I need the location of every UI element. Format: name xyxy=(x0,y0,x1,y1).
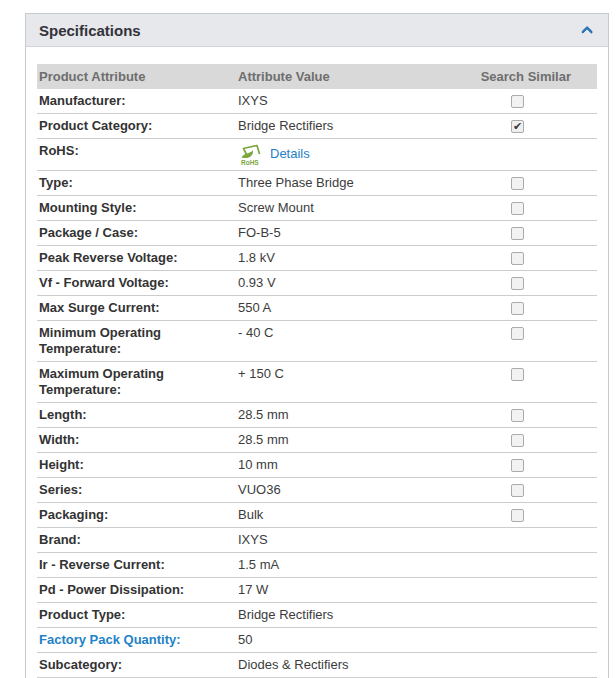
attribute-value: Three Phase Bridge xyxy=(236,171,466,196)
attribute-label: Pd - Power Dissipation: xyxy=(37,578,236,603)
attribute-value: 0.93 V xyxy=(236,271,466,296)
attribute-value: Bridge Rectifiers xyxy=(236,603,466,628)
attribute-label: Vf - Forward Voltage: xyxy=(37,271,236,296)
table-row: Height: 10 mm xyxy=(37,453,597,478)
spec-table-body: Manufacturer: IXYS Product Category: Bri… xyxy=(37,89,597,678)
attribute-value: 50 xyxy=(236,628,466,653)
attribute-value: 550 A xyxy=(236,296,466,321)
search-similar-cell xyxy=(466,362,597,403)
attribute-label: Peak Reverse Voltage: xyxy=(37,246,236,271)
search-similar-checkbox[interactable] xyxy=(511,202,524,215)
attribute-value: 28.5 mm xyxy=(236,403,466,428)
attribute-value-link[interactable]: VUO36 xyxy=(236,478,466,503)
attribute-label: Series: xyxy=(37,478,236,503)
attribute-label-link[interactable]: Factory Pack Quantity: xyxy=(37,628,236,653)
attribute-label: Brand: xyxy=(37,528,236,553)
attribute-value: Bulk xyxy=(236,503,466,528)
attribute-value: Screw Mount xyxy=(236,196,466,221)
attribute-value: FO-B-5 xyxy=(236,221,466,246)
table-row: Brand: IXYS xyxy=(37,528,597,553)
attribute-label: Subcategory: xyxy=(37,653,236,678)
table-row: Mounting Style: Screw Mount xyxy=(37,196,597,221)
search-similar-checkbox[interactable] xyxy=(511,484,524,497)
search-similar-cell xyxy=(466,578,597,603)
search-similar-cell xyxy=(466,89,597,114)
search-similar-cell xyxy=(466,321,597,362)
attribute-value: 1.8 kV xyxy=(236,246,466,271)
attribute-value: 17 W xyxy=(236,578,466,603)
attribute-label: Product Type: xyxy=(37,603,236,628)
search-similar-cell xyxy=(466,503,597,528)
search-similar-checkbox[interactable] xyxy=(511,434,524,447)
attribute-label: Ir - Reverse Current: xyxy=(37,553,236,578)
attribute-label: Length: xyxy=(37,403,236,428)
search-similar-checkbox[interactable]: ✔ xyxy=(511,120,524,133)
search-similar-checkbox[interactable] xyxy=(511,252,524,265)
attribute-value: Diodes & Rectifiers xyxy=(236,653,466,678)
header-product-attribute: Product Attribute xyxy=(37,64,236,89)
attribute-label: Product Category: xyxy=(37,114,236,139)
table-row: Minimum Operating Temperature: - 40 C xyxy=(37,321,597,362)
specifications-panel: Specifications Product Attribute Attribu… xyxy=(25,13,609,678)
search-similar-cell xyxy=(466,653,597,678)
collapse-chevron-up-icon[interactable] xyxy=(581,25,594,38)
search-similar-checkbox[interactable] xyxy=(511,368,524,381)
rohs-details-link[interactable]: Details xyxy=(270,146,310,161)
search-similar-checkbox[interactable] xyxy=(511,302,524,315)
search-similar-cell xyxy=(466,403,597,428)
attribute-label: Type: xyxy=(37,171,236,196)
svg-text:RoHS: RoHS xyxy=(241,159,259,166)
search-similar-checkbox[interactable] xyxy=(511,277,524,290)
table-row: Width: 28.5 mm xyxy=(37,428,597,453)
attribute-value: - 40 C xyxy=(236,321,466,362)
search-similar-checkbox[interactable] xyxy=(511,95,524,108)
search-similar-cell: ✔ xyxy=(466,114,597,139)
attribute-value: IXYS xyxy=(236,528,466,553)
search-similar-cell xyxy=(466,603,597,628)
attribute-value: 1.5 mA xyxy=(236,553,466,578)
attribute-value: 10 mm xyxy=(236,453,466,478)
table-row: Factory Pack Quantity: 50 xyxy=(37,628,597,653)
attribute-label: Height: xyxy=(37,453,236,478)
panel-title: Specifications xyxy=(39,22,141,39)
search-similar-checkbox[interactable] xyxy=(511,409,524,422)
search-similar-cell xyxy=(466,246,597,271)
specifications-table: Product Attribute Attribute Value Search… xyxy=(37,64,597,678)
search-similar-cell xyxy=(466,478,597,503)
table-row: Series: VUO36 xyxy=(37,478,597,503)
search-similar-cell xyxy=(466,139,597,171)
search-similar-checkbox[interactable] xyxy=(511,177,524,190)
header-attribute-value: Attribute Value xyxy=(236,64,466,89)
table-row: Subcategory: Diodes & Rectifiers xyxy=(37,653,597,678)
attribute-value: 28.5 mm xyxy=(236,428,466,453)
attribute-label: Packaging: xyxy=(37,503,236,528)
search-similar-checkbox[interactable] xyxy=(511,227,524,240)
table-row: Max Surge Current: 550 A xyxy=(37,296,597,321)
attribute-label: RoHS: xyxy=(37,139,236,171)
attribute-value: IXYS xyxy=(236,89,466,114)
attribute-label: Mounting Style: xyxy=(37,196,236,221)
search-similar-cell xyxy=(466,196,597,221)
table-row: Length: 28.5 mm xyxy=(37,403,597,428)
search-similar-cell xyxy=(466,296,597,321)
search-similar-cell xyxy=(466,171,597,196)
search-similar-checkbox[interactable] xyxy=(511,327,524,340)
search-similar-cell xyxy=(466,271,597,296)
specifications-body: Product Attribute Attribute Value Search… xyxy=(26,47,608,678)
attribute-label: Width: xyxy=(37,428,236,453)
table-row: Pd - Power Dissipation: 17 W xyxy=(37,578,597,603)
search-similar-checkbox[interactable] xyxy=(511,459,524,472)
attribute-value: Bridge Rectifiers xyxy=(236,114,466,139)
search-similar-cell xyxy=(466,453,597,478)
table-row: Type: Three Phase Bridge xyxy=(37,171,597,196)
search-similar-cell xyxy=(466,528,597,553)
table-row: Product Category: Bridge Rectifiers ✔ xyxy=(37,114,597,139)
attribute-value: + 150 C xyxy=(236,362,466,403)
table-row: Peak Reverse Voltage: 1.8 kV xyxy=(37,246,597,271)
table-row: Packaging: Bulk xyxy=(37,503,597,528)
search-similar-checkbox[interactable] xyxy=(511,509,524,522)
specifications-panel-header[interactable]: Specifications xyxy=(26,14,608,47)
header-search-similar: Search Similar xyxy=(466,64,597,89)
attribute-label: Manufacturer: xyxy=(37,89,236,114)
attribute-value: RoHS Details xyxy=(236,139,466,171)
